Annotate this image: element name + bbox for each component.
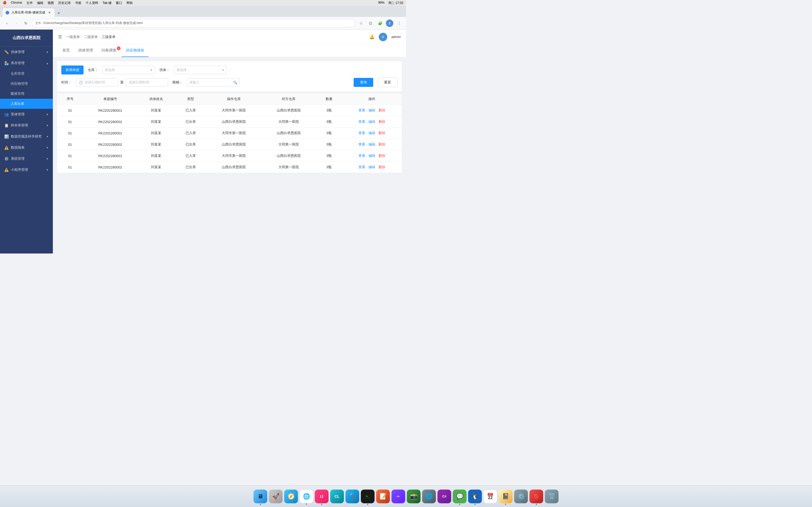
view-action[interactable]: 查看 bbox=[358, 165, 365, 170]
chrome-menu[interactable]: Chrome bbox=[11, 1, 22, 5]
cell-actions: 查看 - 编辑 删除 bbox=[342, 139, 402, 150]
cell-seq: 01 bbox=[57, 127, 83, 139]
sidebar-item-culture-mgmt[interactable]: 菌液管理 bbox=[0, 89, 53, 99]
edit-action[interactable]: 编辑 bbox=[368, 108, 375, 113]
breadcrumb: 一级菜单 / 二级菜单 / 三级菜单 bbox=[66, 35, 115, 39]
tab-home[interactable]: 首页 bbox=[58, 44, 74, 57]
profile-avatar[interactable]: Z bbox=[386, 19, 393, 27]
date-start-picker[interactable]: 🕐 选择日期时间 bbox=[76, 78, 118, 87]
sidebar-item-system[interactable]: ⚙️ 系统管理 ▼ bbox=[0, 153, 53, 164]
warehouse-placeholder: 请选择 bbox=[105, 68, 115, 72]
action-separator: - bbox=[366, 131, 367, 135]
fuzzy-search-input[interactable]: 请输入 🔍 bbox=[187, 78, 240, 87]
tab-supplier[interactable]: 供体管理 bbox=[74, 44, 97, 57]
apple-menu[interactable]: 🍎 bbox=[3, 1, 7, 5]
cell-type: 已出库 bbox=[175, 139, 207, 150]
sidebar-item-datamining[interactable]: 📊 数据挖掘及科学研究 ▼ bbox=[0, 131, 53, 142]
reload-button[interactable]: ↻ bbox=[22, 19, 30, 27]
address-text: /Users/zhangzhao/Desktop/库存管理页面/入库出库-列表-… bbox=[43, 21, 143, 25]
cell-supplier: 刘某某 bbox=[138, 116, 175, 127]
toolbar-row-1: 新增单据 仓库： 请选择 ▼ 供体： 请选择 ▼ bbox=[61, 65, 398, 74]
sidebar-item-report[interactable]: ⚠️ 数据报表 ▼ bbox=[0, 142, 53, 153]
sidebar-item-warehouse[interactable]: 🏪 库存管理 ▲ bbox=[0, 58, 53, 69]
hamburger-icon[interactable]: ☰ bbox=[58, 34, 62, 39]
profile-menu[interactable]: 个人资料 bbox=[86, 1, 98, 5]
cell-type: 已入库 bbox=[175, 127, 207, 139]
chevron-down-report-icon: ▼ bbox=[46, 146, 49, 149]
view-action[interactable]: 查看 bbox=[358, 154, 365, 158]
active-tab[interactable]: 入库出库-列表-接收完成 ✕ bbox=[2, 8, 55, 17]
sidebar-item-supplier[interactable]: ✏️ 供体管理 ▼ bbox=[0, 47, 53, 58]
chrome-toolbar-right: ☆ ⊡ 🧩 Z ⋮ bbox=[357, 19, 403, 27]
cell-type: 已出库 bbox=[175, 116, 207, 127]
history-menu[interactable]: 历史记录 bbox=[58, 1, 71, 5]
bookmarks-menu[interactable]: 书签 bbox=[75, 1, 82, 5]
window-menu[interactable]: 窗口 bbox=[116, 1, 122, 5]
edit-action[interactable]: 编辑 bbox=[368, 131, 375, 135]
edit-action[interactable]: 编辑 bbox=[368, 119, 375, 124]
sidebar-item-sample[interactable]: 📋 样本库管理 ▼ bbox=[0, 120, 53, 131]
forward-button[interactable]: › bbox=[13, 19, 20, 27]
sidebar-item-supply-mgmt[interactable]: 供应物管理 bbox=[0, 79, 53, 89]
view-action[interactable]: 查看 bbox=[358, 108, 365, 113]
reset-button[interactable]: 重置 bbox=[377, 78, 398, 87]
warehouse-select[interactable]: 请选择 ▼ bbox=[102, 66, 155, 74]
cell-order-no: RK2202280002 bbox=[83, 139, 138, 150]
cell-op-warehouse: 山西白求恩医院 bbox=[206, 162, 261, 173]
delete-action[interactable]: 删除 bbox=[378, 108, 386, 113]
col-qty: 数量 bbox=[316, 94, 342, 105]
file-menu[interactable]: 文件 bbox=[27, 1, 33, 5]
help-menu[interactable]: 帮助 bbox=[126, 1, 133, 5]
tab-receive[interactable]: 供应物接收 bbox=[121, 44, 149, 57]
tab-navigation: 首页 供体管理 问卷调查 ✕ 供应物接收 bbox=[53, 44, 406, 57]
query-button[interactable]: 查询 bbox=[354, 78, 373, 87]
sidebar-label-inout: 入库出库 bbox=[11, 101, 24, 106]
view-action[interactable]: 查看 bbox=[358, 142, 365, 147]
col-order-no: 单据编号 bbox=[83, 94, 138, 105]
cell-other-warehouse: 大同第一医院 bbox=[261, 162, 316, 173]
tab-close-button[interactable]: ✕ bbox=[47, 11, 52, 15]
sidebar-label-supply-mgmt: 供应物管理 bbox=[11, 81, 28, 86]
tab-survey[interactable]: 问卷调查 ✕ bbox=[97, 44, 121, 57]
delete-action[interactable]: 删除 bbox=[378, 165, 386, 170]
tab-menu[interactable]: Tab 键 bbox=[103, 1, 112, 5]
col-other-warehouse: 对方仓库 bbox=[261, 94, 316, 105]
delete-action[interactable]: 删除 bbox=[378, 119, 386, 124]
tab-close-badge[interactable]: ✕ bbox=[117, 47, 120, 50]
delete-action[interactable]: 删除 bbox=[378, 142, 386, 147]
extension-icon[interactable]: 🧩 bbox=[376, 19, 384, 27]
table-row: 01 RK2202280002 刘某某 已出库 山西白求恩医院 大同第一医院 3… bbox=[57, 116, 402, 127]
sidebar-label-miniapp: 小程序管理 bbox=[11, 167, 28, 172]
date-end-picker[interactable]: 选择日期时间 bbox=[126, 78, 168, 87]
sidebar-item-warehouse-mgmt[interactable]: 仓库管理 bbox=[0, 69, 53, 79]
cell-seq: 01 bbox=[57, 116, 83, 127]
add-record-button[interactable]: 新增单据 bbox=[61, 65, 84, 74]
view-menu[interactable]: 视图 bbox=[48, 1, 54, 5]
back-button[interactable]: ‹ bbox=[3, 19, 11, 27]
sidebar-item-inout[interactable]: 入库出库 bbox=[0, 99, 53, 109]
address-bar[interactable]: 文件 /Users/zhangzhao/Desktop/库存管理页面/入库出库-… bbox=[32, 19, 355, 27]
bookmark-icon[interactable]: ☆ bbox=[357, 19, 365, 27]
view-action[interactable]: 查看 bbox=[358, 119, 365, 124]
header-right: 🔔 A admin bbox=[369, 33, 401, 41]
edit-action[interactable]: 编辑 bbox=[368, 165, 375, 170]
header-left: ☰ 一级菜单 / 二级菜单 / 三级菜单 bbox=[58, 34, 115, 39]
sidebar-item-miniapp[interactable]: ⚠️ 小程序管理 ▼ bbox=[0, 164, 53, 175]
edit-action[interactable]: 编辑 bbox=[368, 142, 375, 147]
view-action[interactable]: 查看 bbox=[358, 131, 365, 135]
sidebar-item-recipient[interactable]: 👥 受体管理 ▼ bbox=[0, 109, 53, 120]
delete-action[interactable]: 删除 bbox=[378, 131, 386, 135]
more-options-icon[interactable]: ⋮ bbox=[395, 19, 403, 27]
zoom-icon[interactable]: ⊡ bbox=[367, 19, 374, 27]
edit-menu[interactable]: 编辑 bbox=[37, 1, 43, 5]
recipient-icon: 👥 bbox=[4, 112, 9, 116]
supplier-select[interactable]: 请选择 ▼ bbox=[174, 66, 227, 74]
cell-seq: 01 bbox=[57, 150, 83, 162]
delete-action[interactable]: 删除 bbox=[378, 154, 386, 158]
edit-action[interactable]: 编辑 bbox=[368, 154, 375, 158]
new-tab-button[interactable]: + bbox=[55, 9, 62, 17]
sidebar: 山西白求恩医院 ✏️ 供体管理 ▼ 🏪 库存管理 ▲ 仓库管理 供应物管理 菌液… bbox=[0, 30, 53, 253]
col-seq: 序号 bbox=[57, 94, 83, 105]
sidebar-label-warehouse: 库存管理 bbox=[11, 61, 24, 65]
notification-bell-icon[interactable]: 🔔 bbox=[369, 34, 374, 39]
